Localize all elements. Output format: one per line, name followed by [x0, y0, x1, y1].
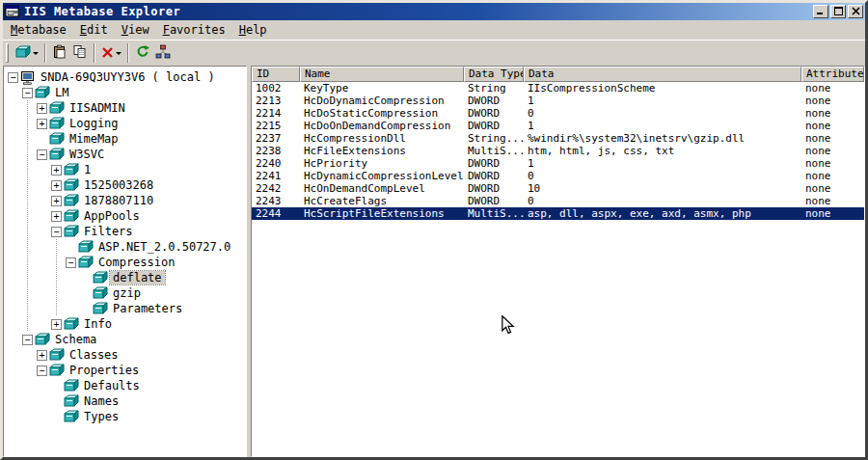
tree-item-label: Classes: [67, 348, 122, 362]
expand-toggle[interactable]: +: [35, 116, 49, 131]
table-row-2213[interactable]: 2213HcDoDynamicCompressionDWORD1none: [252, 95, 864, 107]
connect-button[interactable]: [153, 42, 173, 64]
expand-toggle[interactable]: +: [35, 100, 49, 116]
tree-item-asp-net-2-0-50727-0[interactable]: ASP.NET_2.0.50727.0: [6, 239, 246, 255]
column-header-id[interactable]: ID: [252, 67, 300, 82]
key-icon: [78, 256, 95, 269]
tree-item-1[interactable]: +1: [6, 162, 246, 177]
collapse-toggle[interactable]: −: [35, 363, 49, 378]
tree-item-label: IISADMIN: [67, 101, 128, 115]
tree-item-w3svc[interactable]: −W3SVC: [6, 147, 246, 162]
expand-toggle[interactable]: +: [49, 177, 64, 193]
key-icon: [93, 302, 110, 315]
collapse-toggle[interactable]: −: [49, 224, 64, 239]
collapse-toggle[interactable]: −: [64, 255, 78, 270]
collapse-toggle[interactable]: −: [20, 332, 35, 347]
tree-item-filters[interactable]: −Filters: [6, 224, 246, 239]
tree-item-iisadmin[interactable]: +IISADMIN: [6, 100, 246, 116]
new-key-button[interactable]: [14, 42, 41, 64]
tree-item-properties[interactable]: −Properties: [6, 363, 246, 378]
tree-item-deflate[interactable]: deflate: [6, 270, 246, 285]
tree-indent: [35, 270, 49, 285]
tree-item-label: 1: [81, 163, 94, 176]
expand-toggle[interactable]: +: [49, 193, 64, 208]
tree-item-apppools[interactable]: +AppPools: [6, 208, 246, 224]
tree-indent: [35, 285, 49, 301]
table-row-2238[interactable]: 2238HcFileExtensionsMultiS...htm, html, …: [252, 145, 864, 157]
collapse-toggle[interactable]: −: [20, 85, 35, 100]
paste-icon: [52, 44, 68, 63]
expand-toggle[interactable]: +: [35, 347, 49, 363]
collapse-toggle[interactable]: −: [35, 147, 49, 162]
table-row-2215[interactable]: 2215HcDoOnDemandCompressionDWORD1none: [252, 120, 864, 132]
tree-item-lm[interactable]: −LM: [6, 85, 246, 100]
tree-item-mimemap[interactable]: MimeMap: [6, 131, 246, 147]
tree-item-info[interactable]: +Info: [6, 316, 246, 332]
tree-item-gzip[interactable]: gzip: [6, 285, 246, 301]
refresh-button[interactable]: [133, 42, 152, 64]
delete-icon: [101, 44, 114, 63]
column-header-name[interactable]: Name: [300, 67, 464, 82]
menu-edit[interactable]: Edit: [73, 22, 115, 38]
tree-item-label: SNDA-69Q3UYY3V6 ( local ): [38, 70, 218, 84]
collapse-toggle[interactable]: −: [6, 69, 20, 85]
maximize-button[interactable]: [830, 5, 846, 18]
list-body: 1002KeyTypeStringIIsCompressionSchemenon…: [252, 82, 864, 456]
menu-metabase[interactable]: Metabase: [4, 22, 73, 38]
tree-indent: [20, 393, 35, 409]
tree-item-1878807110[interactable]: +1878807110: [6, 193, 246, 208]
tree-indent: [6, 224, 20, 239]
cell-data-type: DWORD: [464, 157, 524, 170]
cell-attributes: none: [801, 107, 864, 120]
tree-indent: [20, 347, 35, 363]
delete-button[interactable]: [99, 42, 123, 64]
minimize-button[interactable]: [813, 5, 828, 18]
paste-button[interactable]: [50, 42, 69, 64]
expand-toggle[interactable]: +: [49, 162, 64, 177]
toolbar-grip[interactable]: [6, 43, 9, 63]
table-row-2241[interactable]: 2241HcDynamicCompressionLevelDWORD0none: [252, 170, 864, 182]
tree-item-logging[interactable]: +Logging: [6, 116, 246, 131]
table-row-2243[interactable]: 2243HcCreateFlagsDWORD0none: [252, 195, 864, 207]
tree-item-compression[interactable]: −Compression: [6, 255, 246, 270]
tree-item-snda-69q3uyy3v6-local[interactable]: −SNDA-69Q3UYY3V6 ( local ): [6, 69, 246, 85]
table-row-1002[interactable]: 1002KeyTypeStringIIsCompressionSchemenon…: [252, 82, 864, 95]
cell-attributes: none: [801, 182, 864, 195]
column-header-data[interactable]: Data: [524, 67, 801, 82]
table-row-2242[interactable]: 2242HcOnDemandCompLevelDWORD10none: [252, 182, 864, 195]
minus-icon: −: [37, 365, 47, 376]
column-header-attributes[interactable]: Attributes: [801, 67, 864, 82]
expand-toggle[interactable]: +: [49, 316, 64, 332]
table-row-2244[interactable]: 2244HcScriptFileExtensionsMultiS...asp, …: [252, 207, 864, 220]
cell-attributes: none: [801, 95, 864, 107]
tree-item-defaults[interactable]: Defaults: [6, 378, 246, 393]
tree-item-classes[interactable]: +Classes: [6, 347, 246, 363]
tree-item-parameters[interactable]: Parameters: [6, 301, 246, 316]
menu-favorites[interactable]: Favorites: [156, 22, 232, 38]
cell-data-type: DWORD: [464, 195, 524, 207]
tree-item-schema[interactable]: −Schema: [6, 332, 246, 347]
tree-item-1525003268[interactable]: +1525003268: [6, 177, 246, 193]
menu-view[interactable]: View: [115, 22, 156, 38]
column-header-data-type[interactable]: Data Type: [464, 67, 524, 82]
tree-item-label: LM: [52, 86, 71, 99]
expand-toggle[interactable]: +: [49, 208, 64, 224]
tree-item-names[interactable]: Names: [6, 393, 246, 409]
tree-indent: [20, 301, 35, 316]
table-row-2240[interactable]: 2240HcPriorityDWORD1none: [252, 157, 864, 170]
cell-attributes: none: [801, 120, 864, 132]
close-button[interactable]: [848, 5, 863, 18]
tree-stub: [49, 393, 64, 409]
cell-data-type: DWORD: [464, 182, 524, 195]
copy-button[interactable]: [70, 42, 90, 64]
key-icon: [64, 394, 81, 408]
tree-indent: [35, 193, 49, 208]
table-row-2237[interactable]: 2237HcCompressionDllString...%windir%\sy…: [252, 132, 864, 145]
table-row-2214[interactable]: 2214HcDoStaticCompressionDWORD0none: [252, 107, 864, 120]
tree-item-types[interactable]: Types: [6, 409, 246, 424]
menu-help[interactable]: Help: [232, 22, 274, 38]
tree-indent: [64, 301, 78, 316]
tree-indent: [6, 162, 20, 177]
cell-attributes: none: [801, 207, 864, 220]
tree-indent: [35, 255, 49, 270]
